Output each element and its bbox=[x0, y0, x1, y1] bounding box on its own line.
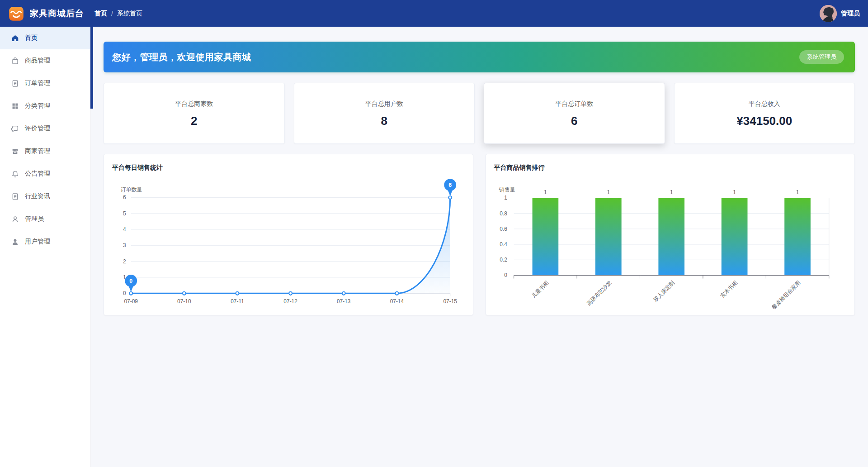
bar[interactable] bbox=[721, 198, 747, 275]
bar-category-label: 高级布艺沙发 bbox=[585, 280, 613, 307]
stat-label: 平台总用户数 bbox=[294, 100, 475, 108]
bar-value-label: 1 bbox=[670, 189, 673, 195]
brand: 家具商城后台 bbox=[0, 5, 88, 23]
sidebar-item-label: 分类管理 bbox=[25, 102, 50, 110]
sidebar-item-home[interactable]: 首页 bbox=[0, 27, 90, 49]
sidebar-item-reviews[interactable]: 评价管理 bbox=[0, 117, 90, 140]
sidebar-item-categories[interactable]: 分类管理 bbox=[0, 95, 90, 117]
bar[interactable] bbox=[658, 198, 684, 275]
role-badge: 系统管理员 bbox=[799, 50, 844, 64]
y-tick-label: 3 bbox=[123, 242, 126, 248]
data-point[interactable] bbox=[342, 292, 345, 295]
x-tick-label: 07-14 bbox=[390, 298, 404, 305]
bar[interactable] bbox=[532, 198, 558, 275]
sidebar-item-label: 评价管理 bbox=[25, 124, 50, 133]
x-tick-label: 07-11 bbox=[231, 298, 244, 305]
bar-chart-title: 平台商品销售排行 bbox=[494, 164, 545, 172]
x-tick-label: 07-09 bbox=[124, 298, 138, 305]
stat-card-merchants[interactable]: 平台总商家数 2 bbox=[104, 83, 285, 144]
data-point[interactable] bbox=[183, 292, 186, 295]
grid-icon bbox=[11, 102, 19, 110]
sidebar-item-label: 订单管理 bbox=[25, 79, 50, 87]
data-point[interactable] bbox=[395, 292, 398, 295]
stat-label: 平台总订单数 bbox=[484, 100, 665, 108]
bar[interactable] bbox=[595, 198, 621, 275]
x-tick-label: 07-12 bbox=[283, 298, 297, 305]
data-point[interactable] bbox=[289, 292, 292, 295]
chat-icon bbox=[11, 125, 19, 133]
user-avatar[interactable] bbox=[820, 5, 837, 22]
sidebar-item-label: 商品管理 bbox=[25, 57, 50, 65]
bar-value-label: 1 bbox=[544, 189, 547, 195]
bar-category-label: 双人床定制 bbox=[652, 280, 675, 303]
sidebar-item-products[interactable]: 商品管理 bbox=[0, 49, 90, 72]
sidebar-item-orders[interactable]: 订单管理 bbox=[0, 72, 90, 95]
daily-sales-line-chart: 订单数量 6 5 4 3 2 1 bbox=[104, 154, 473, 315]
app-title: 家具商城后台 bbox=[30, 8, 84, 19]
welcome-banner: 您好，管理员，欢迎使用家具商城 系统管理员 bbox=[104, 42, 855, 72]
pin-marker-first: 0 bbox=[125, 275, 137, 292]
stat-label: 平台总商家数 bbox=[104, 100, 284, 108]
x-tick-label: 07-10 bbox=[177, 298, 191, 305]
breadcrumb-home[interactable]: 首页 bbox=[94, 10, 107, 18]
y-tick-label: 0 bbox=[123, 290, 126, 296]
breadcrumb-separator: / bbox=[111, 10, 113, 17]
sidebar-item-admins[interactable]: 管理员 bbox=[0, 208, 90, 230]
product-sales-bar-chart: 销售量 1 0.8 0.6 0.4 0.2 0 1 1 bbox=[486, 154, 855, 315]
data-point[interactable] bbox=[129, 292, 132, 295]
app-logo-icon bbox=[7, 5, 25, 23]
admin-icon bbox=[11, 215, 19, 223]
data-point[interactable] bbox=[236, 292, 239, 295]
y-tick-label: 0.2 bbox=[500, 257, 507, 263]
home-icon bbox=[11, 34, 19, 42]
bar-category-label: 实木书柜 bbox=[719, 280, 739, 300]
y-tick-label: 2 bbox=[123, 258, 126, 265]
user-name[interactable]: 管理员 bbox=[841, 10, 860, 18]
sidebar-item-merchants[interactable]: 商家管理 bbox=[0, 140, 90, 162]
stat-card-users[interactable]: 平台总用户数 8 bbox=[294, 83, 475, 144]
sidebar-item-label: 商家管理 bbox=[25, 147, 50, 155]
pin-value-label: 6 bbox=[448, 182, 452, 188]
sidebar-item-label: 公告管理 bbox=[25, 170, 50, 178]
y-tick-label: 0.6 bbox=[500, 226, 507, 232]
bar-value-label: 1 bbox=[607, 189, 610, 195]
top-navbar: 家具商城后台 首页 / 系统首页 管理员 bbox=[0, 0, 868, 27]
stat-value: ¥34150.00 bbox=[675, 114, 855, 128]
data-point[interactable] bbox=[448, 196, 452, 199]
news-icon bbox=[11, 193, 19, 200]
y-tick-label: 5 bbox=[123, 210, 126, 217]
product-ranking-chart-card: 平台商品销售排行 销售量 1 0.8 0.6 0.4 bbox=[486, 154, 855, 315]
y-axis-label: 订单数量 bbox=[121, 186, 142, 193]
stat-value: 8 bbox=[294, 114, 475, 128]
stats-row: 平台总商家数 2 平台总用户数 8 平台总订单数 6 平台总收入 ¥34150.… bbox=[104, 83, 855, 144]
bar-category-label: 餐桌椅组合家用 bbox=[770, 280, 802, 311]
stat-value: 2 bbox=[104, 114, 284, 128]
sidebar-item-label: 首页 bbox=[25, 34, 38, 42]
line-chart-title: 平台每日销售统计 bbox=[112, 164, 163, 172]
welcome-greeting: 您好，管理员，欢迎使用家具商城 bbox=[112, 51, 251, 63]
sidebar-item-announcements[interactable]: 公告管理 bbox=[0, 162, 90, 185]
daily-sales-chart-card: 平台每日销售统计 订单数量 bbox=[104, 154, 473, 315]
y-tick-label: 0 bbox=[504, 272, 507, 278]
y-tick-label: 6 bbox=[123, 194, 126, 200]
breadcrumb-current[interactable]: 系统首页 bbox=[117, 10, 142, 18]
breadcrumb: 首页 / 系统首页 bbox=[94, 10, 142, 18]
stat-value: 6 bbox=[484, 114, 665, 128]
bar-category-label: 儿童书柜 bbox=[530, 280, 550, 300]
sidebar-item-label: 管理员 bbox=[25, 215, 44, 223]
users-icon bbox=[11, 238, 19, 246]
sidebar-item-users[interactable]: 用户管理 bbox=[0, 230, 90, 253]
content-scrollbar-thumb[interactable] bbox=[90, 27, 93, 109]
sidebar-item-industry-news[interactable]: 行业资讯 bbox=[0, 185, 90, 208]
document-icon bbox=[11, 80, 19, 87]
y-axis-label: 销售量 bbox=[498, 186, 515, 193]
stat-card-revenue[interactable]: 平台总收入 ¥34150.00 bbox=[674, 83, 855, 144]
bar-value-label: 1 bbox=[796, 189, 799, 195]
bar[interactable] bbox=[784, 198, 811, 275]
bag-icon bbox=[11, 57, 19, 65]
sidebar: 首页 商品管理 订单管理 分类管理 评价管理 商家管理 公告管理 bbox=[0, 27, 90, 467]
sidebar-item-label: 用户管理 bbox=[25, 238, 50, 246]
stat-card-orders[interactable]: 平台总订单数 6 bbox=[484, 83, 665, 144]
sidebar-item-label: 行业资讯 bbox=[25, 192, 50, 200]
bell-icon bbox=[11, 170, 19, 178]
